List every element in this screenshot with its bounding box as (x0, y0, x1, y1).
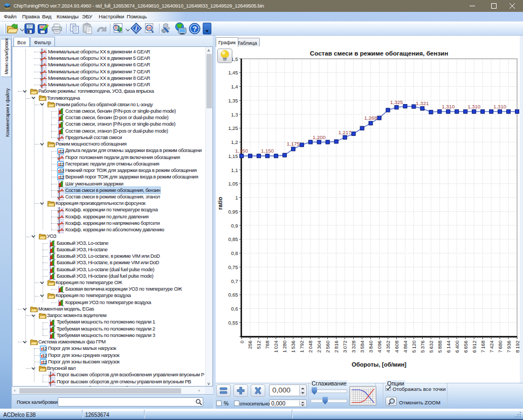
svg-text:2 560: 2 560 (325, 341, 331, 353)
svg-text:Состав смеси в режиме обогащен: Состав смеси в режиме обогащения, бензин (310, 50, 448, 57)
svg-text:5 376: 5 376 (419, 341, 425, 353)
svg-text:6 400: 6 400 (454, 341, 460, 353)
svg-text:1 024: 1 024 (273, 341, 279, 353)
svg-text:512: 512 (256, 341, 262, 349)
svg-text:2 048: 2 048 (307, 341, 313, 353)
svg-text:0,65: 0,65 (228, 292, 238, 298)
svg-text:4 096: 4 096 (376, 341, 382, 353)
svg-text:6 656: 6 656 (463, 341, 469, 353)
svg-text:1 792: 1 792 (299, 341, 305, 353)
svg-text:1,2: 1,2 (231, 139, 238, 145)
svg-text:1: 1 (235, 195, 238, 201)
svg-text:3 840: 3 840 (368, 341, 374, 353)
svg-text:0,7: 0,7 (231, 278, 238, 284)
svg-text:1,150: 1,150 (261, 148, 274, 154)
svg-text:5 632: 5 632 (428, 341, 434, 353)
svg-text:1,1: 1,1 (231, 167, 238, 173)
svg-text:6 144: 6 144 (445, 341, 451, 353)
svg-text:?: ? (192, 25, 197, 33)
svg-text:1,35: 1,35 (228, 98, 238, 104)
svg-text:2 304: 2 304 (316, 341, 322, 353)
svg-text:3 072: 3 072 (342, 341, 348, 353)
svg-text:4 608: 4 608 (394, 341, 400, 353)
svg-text:3 328: 3 328 (350, 341, 356, 353)
svg-text:1,45: 1,45 (228, 70, 238, 75)
svg-text:3 584: 3 584 (359, 341, 365, 353)
svg-text:0,75: 0,75 (228, 264, 238, 270)
svg-text:7 168: 7 168 (480, 341, 486, 353)
svg-text:4 864: 4 864 (402, 341, 408, 353)
svg-text:1,200: 1,200 (313, 134, 326, 140)
svg-text:0,8: 0,8 (231, 250, 238, 256)
svg-text:1,175: 1,175 (287, 141, 300, 147)
svg-text:0,95: 0,95 (228, 209, 238, 215)
svg-text:0,6: 0,6 (231, 306, 238, 312)
svg-text:4 352: 4 352 (385, 341, 391, 353)
svg-text:1,3: 1,3 (231, 112, 238, 118)
svg-text:1 536: 1 536 (290, 341, 296, 353)
svg-text:0,85: 0,85 (228, 236, 238, 242)
svg-text:1,310: 1,310 (493, 104, 506, 109)
svg-text:256: 256 (247, 341, 253, 349)
svg-text:6 912: 6 912 (471, 341, 477, 353)
svg-text:7 680: 7 680 (497, 341, 503, 353)
svg-text:1,4: 1,4 (231, 84, 238, 89)
svg-text:7 424: 7 424 (488, 341, 494, 353)
svg-text:5 120: 5 120 (411, 341, 417, 353)
svg-text:2 816: 2 816 (333, 341, 339, 353)
svg-text:Обороты, [об/мин]: Обороты, [об/мин] (352, 361, 407, 368)
svg-text:0,55: 0,55 (228, 320, 238, 326)
svg-text:1,217: 1,217 (339, 129, 352, 135)
svg-text:0: 0 (239, 341, 245, 343)
svg-text:1,325: 1,325 (390, 99, 403, 105)
svg-text:1,310: 1,310 (467, 104, 480, 109)
svg-text:10: 10 (147, 26, 152, 30)
svg-text:1,15: 1,15 (228, 153, 238, 159)
svg-text:1,310: 1,310 (442, 104, 455, 109)
svg-text:0,9: 0,9 (231, 223, 238, 229)
svg-text:768: 768 (264, 341, 270, 349)
svg-text:7 936: 7 936 (506, 341, 512, 353)
svg-text:5 888: 5 888 (437, 341, 443, 353)
svg-text:1,05: 1,05 (228, 181, 238, 187)
svg-text:1,268: 1,268 (364, 115, 377, 121)
svg-text:1,321: 1,321 (416, 100, 429, 106)
svg-text:8 192: 8 192 (514, 341, 520, 353)
svg-text:1,150: 1,150 (235, 148, 248, 154)
svg-text:ratio: ratio (217, 197, 223, 210)
svg-text:1,25: 1,25 (228, 125, 238, 131)
svg-text:1 280: 1 280 (281, 341, 287, 353)
